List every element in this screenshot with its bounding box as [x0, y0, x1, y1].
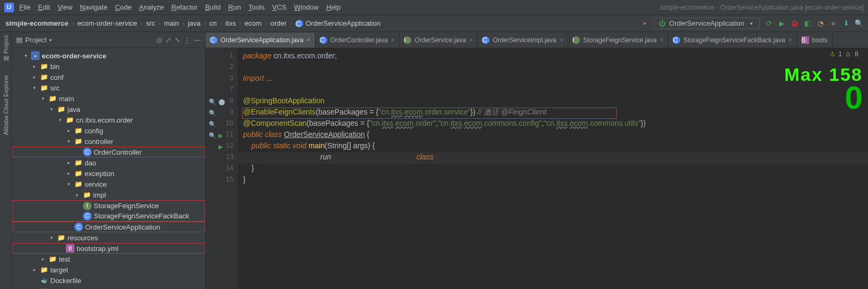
menu-navigate[interactable]: Navigate: [80, 3, 107, 11]
tree-item[interactable]: COrderServiceApplication: [12, 222, 205, 232]
menu-analyze[interactable]: Analyze: [139, 3, 164, 11]
breadcrumb-item[interactable]: order: [270, 19, 286, 27]
tree-item[interactable]: ▾cn.itxs.ecom.order: [12, 115, 205, 125]
left-tab-alibaba[interactable]: Alibaba Cloud Explorer: [3, 75, 9, 135]
menu-help[interactable]: Help: [326, 3, 341, 11]
update-icon[interactable]: ⬇: [842, 20, 850, 27]
play-gutter-icon[interactable]: ▶: [218, 132, 223, 139]
close-icon[interactable]: ×: [469, 36, 473, 44]
tree-item[interactable]: ▾resources: [12, 232, 205, 243]
code-line[interactable]: public class OrderServiceApplication {: [238, 130, 868, 141]
breadcrumb-item[interactable]: src: [146, 19, 155, 27]
play-gutter-icon[interactable]: ▶: [218, 143, 223, 150]
search-gutter-icon[interactable]: 🔍: [209, 110, 216, 117]
target-icon[interactable]: ◎: [156, 36, 162, 44]
menu-edit[interactable]: Edit: [38, 3, 50, 11]
profile-icon[interactable]: ◔: [817, 20, 824, 27]
menu-run[interactable]: Run: [228, 3, 241, 11]
menu-code[interactable]: Code: [115, 3, 132, 11]
tree-item[interactable]: Bbootstrap.yml: [12, 243, 205, 254]
tree-item[interactable]: ▸bin: [12, 61, 205, 72]
code-area[interactable]: ⚠1 ⩟8 Max 158 0 package cn.itxs.ecom.ord…: [238, 48, 868, 289]
close-icon[interactable]: ×: [307, 36, 311, 44]
code-line[interactable]: @ComponentScan(basePackages = {"cn.itxs.…: [238, 119, 868, 130]
tree-item[interactable]: IStorageFeignService: [12, 200, 205, 211]
hide-icon[interactable]: —: [194, 36, 201, 44]
close-icon[interactable]: ×: [391, 36, 395, 44]
debug-icon[interactable]: 🐞: [791, 20, 798, 27]
tree-item[interactable]: ▸config: [12, 125, 205, 136]
search-gutter-icon[interactable]: 🔍: [209, 98, 216, 105]
tree-item[interactable]: ▸impl: [12, 189, 205, 200]
stop-icon[interactable]: ■: [829, 20, 837, 27]
breadcrumb-item[interactable]: cn: [209, 19, 217, 27]
code-line[interactable]: [238, 85, 868, 96]
tree-item[interactable]: ▸conf: [12, 72, 205, 82]
breadcrumb-item[interactable]: ecom-order-service: [77, 19, 137, 27]
search-icon[interactable]: 🔍: [855, 20, 863, 27]
code-line[interactable]: package cn.itxs.ecom.order;: [238, 51, 868, 63]
java-c-icon: C: [83, 148, 92, 156]
tree-item[interactable]: ▸dao: [12, 157, 205, 168]
editor-tab[interactable]: COrderServiceImpl.java×: [478, 33, 568, 48]
tree-item[interactable]: 🐳Dockerfile: [12, 275, 205, 286]
code-line[interactable]: public static void main(String[] args) {: [238, 141, 868, 153]
inspection-summary[interactable]: ⚠1 ⩟8: [829, 50, 858, 58]
editor-tab[interactable]: IStorageFeignService.java×: [568, 33, 668, 48]
tree-item[interactable]: ▾controller: [12, 136, 205, 147]
editor-tab[interactable]: Bboots: [797, 33, 833, 48]
menu-file[interactable]: File: [19, 3, 31, 11]
settings-icon[interactable]: ⋮: [184, 36, 191, 44]
breadcrumb-item[interactable]: COrderServiceApplication: [296, 19, 381, 27]
project-view-select[interactable]: ▤ Project ▾: [16, 36, 52, 44]
tree-item[interactable]: ▸exception: [12, 168, 205, 179]
close-icon[interactable]: ×: [560, 36, 563, 44]
editor-tab[interactable]: IOrderService.java×: [399, 33, 478, 48]
expand-icon[interactable]: ⤢: [165, 36, 171, 44]
menu-tools[interactable]: Tools: [248, 3, 265, 11]
code-line[interactable]: @EnableFeignClients(basePackages = {"cn.…: [238, 108, 868, 119]
tree-item[interactable]: ▾▪ecom-order-service: [12, 50, 205, 61]
tree-item[interactable]: ▾main: [12, 93, 205, 104]
editor-tab[interactable]: COrderController.java×: [315, 33, 399, 48]
left-tab-project[interactable]: ▤ Project: [2, 35, 9, 62]
close-icon[interactable]: ×: [789, 36, 792, 44]
code-line[interactable]: [238, 63, 868, 74]
menu-build[interactable]: Build: [205, 3, 221, 11]
build-icon[interactable]: ⟳: [765, 20, 773, 27]
compass-icon[interactable]: ➣: [641, 20, 648, 27]
breadcrumb-item[interactable]: itxs: [225, 19, 236, 27]
tree-item[interactable]: ecom-order-service.iml: [12, 286, 205, 289]
tree-item[interactable]: COrderController: [12, 147, 205, 157]
breadcrumb-item[interactable]: ecom: [245, 19, 262, 27]
tree-item[interactable]: ▸test: [12, 254, 205, 264]
breadcrumb-item[interactable]: main: [164, 19, 179, 27]
tree-item[interactable]: CStorageFeignServiceFackBack: [12, 211, 205, 222]
project-tree[interactable]: ▾▪ecom-order-service▸bin▸conf▾src▾main▾j…: [12, 48, 205, 289]
coverage-icon[interactable]: ◧: [804, 20, 811, 27]
tree-item[interactable]: ▾src: [12, 82, 205, 93]
menu-vcs[interactable]: VCS: [272, 3, 286, 11]
tree-item[interactable]: ▸target: [12, 264, 205, 275]
menu-view[interactable]: View: [57, 3, 72, 11]
dot-gutter-icon[interactable]: ⬤: [218, 98, 225, 105]
search-gutter-icon[interactable]: 🔍: [209, 121, 216, 128]
editor-tab[interactable]: CStorageFeignServiceFackBack.java×: [668, 33, 797, 48]
menu-refactor[interactable]: Refactor: [171, 3, 198, 11]
editor-body[interactable]: 12378🔍⬤9🔍10🔍11🔍▶12▶131415 ⚠1 ⩟8 Max 158 …: [206, 48, 868, 289]
close-icon[interactable]: ×: [660, 36, 663, 44]
menu-window[interactable]: Window: [294, 3, 319, 11]
code-line[interactable]: }: [238, 175, 868, 186]
editor-tab[interactable]: COrderServiceApplication.java×: [206, 33, 315, 48]
run-icon[interactable]: ▶: [778, 20, 786, 27]
collapse-icon[interactable]: ⤡: [175, 36, 180, 44]
tree-item[interactable]: ▾java: [12, 104, 205, 115]
code-line[interactable]: import ...: [238, 74, 868, 85]
search-gutter-icon[interactable]: 🔍: [209, 132, 216, 139]
run-config-select[interactable]: ⏻ OrderServiceApplication ▾: [654, 18, 760, 29]
breadcrumb-item[interactable]: java: [188, 19, 201, 27]
code-line[interactable]: @SpringBootApplication: [238, 96, 868, 108]
code-line[interactable]: }: [238, 164, 868, 175]
breadcrumb-item[interactable]: simple-ecommerce: [5, 19, 69, 27]
tree-item[interactable]: ▾service: [12, 179, 205, 189]
